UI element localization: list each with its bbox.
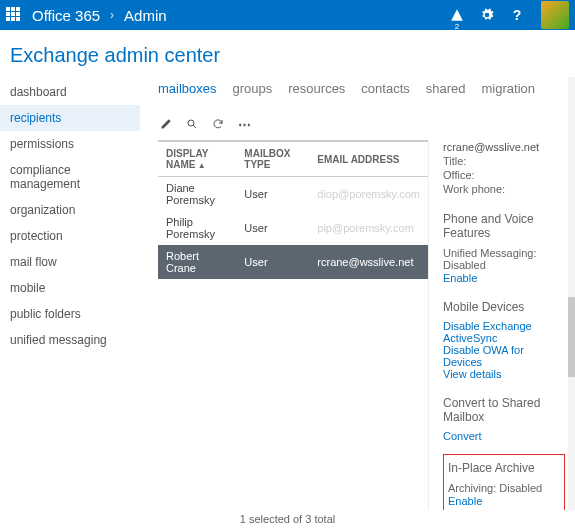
section-phone-voice: Phone and Voice Features — [443, 212, 565, 240]
col-email-address[interactable]: EMAIL ADDRESS — [309, 142, 428, 177]
refresh-icon[interactable] — [210, 116, 226, 132]
sidebar-item-mail-flow[interactable]: mail flow — [0, 249, 140, 275]
app-launcher-icon[interactable] — [6, 7, 22, 23]
user-avatar[interactable] — [541, 1, 569, 29]
sidebar-item-recipients[interactable]: recipients — [0, 105, 140, 131]
cell-name: Robert Crane — [158, 245, 236, 279]
toolbar: ⋯ — [158, 108, 575, 140]
page-title: Exchange admin center — [0, 30, 575, 77]
mailbox-table: DISPLAY NAME MAILBOX TYPE EMAIL ADDRESS … — [158, 140, 428, 510]
selection-footer: 1 selected of 3 total — [0, 510, 575, 528]
sidebar-nav: dashboard recipients permissions complia… — [0, 77, 140, 510]
detail-title-label: Title: — [443, 155, 466, 167]
in-place-archive-highlight: In-Place Archive Archiving: Disabled Ena… — [443, 454, 565, 510]
notification-count: 2 — [455, 22, 459, 31]
archive-enable-link[interactable]: Enable — [448, 495, 482, 507]
disable-eas-link[interactable]: Disable Exchange ActiveSync — [443, 320, 532, 344]
scrollbar-thumb[interactable] — [568, 297, 575, 377]
sidebar-item-unified-messaging[interactable]: unified messaging — [0, 327, 140, 353]
product-name: Office 365 — [32, 7, 100, 24]
tabs-bar: mailboxes groups resources contacts shar… — [158, 81, 575, 108]
settings-icon[interactable] — [477, 5, 497, 25]
search-icon[interactable] — [184, 116, 200, 132]
view-details-link[interactable]: View details — [443, 368, 502, 380]
detail-workphone-label: Work phone: — [443, 183, 505, 195]
um-label: Unified Messaging: — [443, 247, 537, 259]
cell-email: pip@poremsky.com — [309, 211, 428, 245]
cell-name: Philip Poremsky — [158, 211, 236, 245]
um-enable-link[interactable]: Enable — [443, 272, 477, 284]
tab-contacts[interactable]: contacts — [361, 81, 409, 96]
content-area: mailboxes groups resources contacts shar… — [140, 77, 575, 510]
notifications-icon[interactable]: 2 — [447, 5, 467, 25]
details-pane: rcrane@wsslive.net Title: Office: Work p… — [428, 140, 575, 510]
table-row[interactable]: Diane Poremsky User diop@poremsky.com — [158, 177, 428, 212]
top-bar: Office 365 › Admin 2 ? — [0, 0, 575, 30]
archive-value: Disabled — [499, 482, 542, 494]
cell-email: diop@poremsky.com — [309, 177, 428, 212]
chevron-right-icon: › — [110, 8, 114, 22]
sidebar-item-permissions[interactable]: permissions — [0, 131, 140, 157]
cell-type: User — [236, 245, 309, 279]
more-icon[interactable]: ⋯ — [236, 116, 252, 132]
um-value: Disabled — [443, 259, 486, 271]
scrollbar-track[interactable] — [568, 77, 575, 510]
disable-owa-devices-link[interactable]: Disable OWA for Devices — [443, 344, 524, 368]
tab-resources[interactable]: resources — [288, 81, 345, 96]
cell-email: rcrane@wsslive.net — [309, 245, 428, 279]
sidebar-item-compliance[interactable]: compliance management — [0, 157, 140, 197]
table-row[interactable]: Philip Poremsky User pip@poremsky.com — [158, 211, 428, 245]
table-row[interactable]: Robert Crane User rcrane@wsslive.net — [158, 245, 428, 279]
tab-migration[interactable]: migration — [482, 81, 535, 96]
sidebar-item-organization[interactable]: organization — [0, 197, 140, 223]
edit-icon[interactable] — [158, 116, 174, 132]
detail-office-label: Office: — [443, 169, 475, 181]
admin-label[interactable]: Admin — [124, 7, 167, 24]
col-display-name[interactable]: DISPLAY NAME — [158, 142, 236, 177]
archive-label: Archiving: — [448, 482, 496, 494]
cell-type: User — [236, 177, 309, 212]
sidebar-item-mobile[interactable]: mobile — [0, 275, 140, 301]
convert-link[interactable]: Convert — [443, 430, 482, 442]
sidebar-item-public-folders[interactable]: public folders — [0, 301, 140, 327]
col-mailbox-type[interactable]: MAILBOX TYPE — [236, 142, 309, 177]
help-icon[interactable]: ? — [507, 5, 527, 25]
sidebar-item-protection[interactable]: protection — [0, 223, 140, 249]
tab-mailboxes[interactable]: mailboxes — [158, 81, 217, 96]
tab-groups[interactable]: groups — [233, 81, 273, 96]
sidebar-item-dashboard[interactable]: dashboard — [0, 79, 140, 105]
section-in-place-archive: In-Place Archive — [448, 461, 560, 475]
cell-type: User — [236, 211, 309, 245]
tab-shared[interactable]: shared — [426, 81, 466, 96]
section-mobile-devices: Mobile Devices — [443, 300, 565, 314]
cell-name: Diane Poremsky — [158, 177, 236, 212]
detail-email: rcrane@wsslive.net — [443, 141, 539, 153]
section-convert-shared: Convert to Shared Mailbox — [443, 396, 565, 424]
